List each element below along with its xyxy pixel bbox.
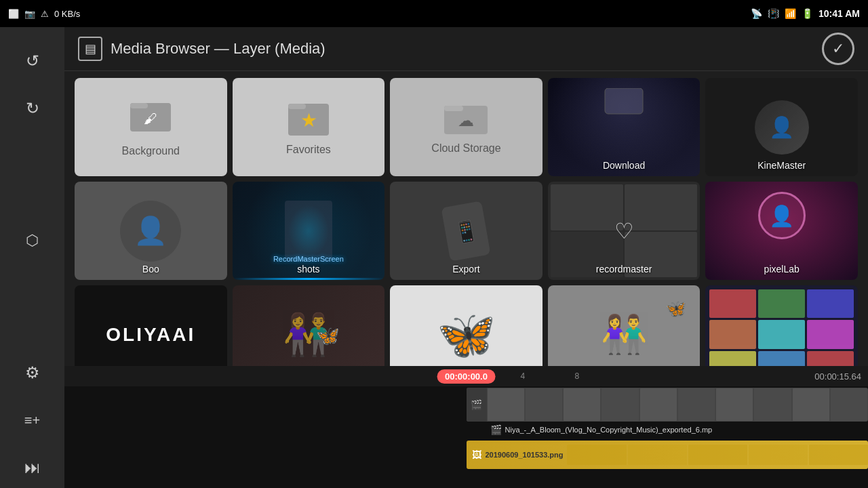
media-item-cloud-storage[interactable]: ☁ Cloud Storage: [390, 78, 542, 176]
status-bar: ⬜ 📷 ⚠ 0 KB/s 📡 📳 📶 🔋 10:41 AM: [0, 0, 868, 27]
media-item-export[interactable]: 📱 Export: [390, 182, 542, 280]
cloud-storage-icon: ☁: [444, 100, 488, 137]
undo-icon: ↺: [26, 52, 39, 70]
media-item-pixellab[interactable]: 👤 pixelLab: [705, 182, 858, 280]
settings-button[interactable]: ⚙: [12, 352, 53, 393]
timeline-ruler: 00:00:00.0 4 8 00:00:15.64: [64, 366, 868, 386]
kinemaster-label: KineMaster: [705, 160, 858, 171]
battery-icon: 🔋: [802, 8, 813, 19]
undo-button[interactable]: ↺: [12, 41, 53, 81]
video-track-label-row: 🎬 Niya_-_A_Bloom_(Vlog_No_Copyright_Musi…: [64, 424, 868, 438]
media-item-picsart[interactable]: 🦋 PicsArt: [390, 285, 542, 366]
end-timecode: 00:00:15.64: [814, 371, 861, 382]
header: ▤ Media Browser — Layer (Media) ✓: [64, 27, 868, 71]
favorites-label: Favorites: [286, 144, 331, 156]
svg-rect-4: [288, 104, 306, 109]
page-title: Media Browser — Layer (Media): [111, 40, 326, 58]
media-item-quik[interactable]: OLIYAAI Quik: [75, 285, 227, 366]
media-item-favorites[interactable]: ★ Favorites: [233, 78, 385, 176]
timeline: 00:00:00.0 4 8 00:00:15.64 🎬: [64, 366, 868, 488]
recordmaster-screenshots-label: shots: [233, 264, 385, 274]
film-icon: ▤: [85, 41, 96, 56]
current-timecode: 00:00:00.0: [437, 369, 496, 384]
media-item-recordmaster[interactable]: ♡ recordmaster: [548, 182, 701, 280]
star-icon: ★: [288, 98, 329, 138]
media-browser-icon: ▤: [78, 37, 102, 61]
header-title-group: ▤ Media Browser — Layer (Media): [78, 37, 326, 61]
video-track: 🎬: [64, 388, 868, 423]
status-right: 📡 📳 📶 🔋 10:41 AM: [751, 8, 860, 19]
signal-icon: 📶: [785, 8, 796, 19]
media-item-pins[interactable]: 👫 🦋 Pins: [548, 285, 701, 366]
svg-rect-7: [444, 106, 463, 111]
share-icon: ⬡: [26, 232, 39, 249]
image-track-bar[interactable]: 🖼 20190609_101533.png: [467, 441, 869, 469]
folder-icon: 🖌: [130, 98, 171, 140]
done-button[interactable]: ✓: [822, 33, 854, 65]
redo-icon: ↻: [26, 99, 39, 118]
status-left: ⬜ 📷 ⚠ 0 KB/s: [8, 9, 80, 19]
video-track-label: 🎬 Niya_-_A_Bloom_(Vlog_No_Copyright_Musi…: [490, 424, 713, 435]
boo-label: Boo: [75, 264, 227, 274]
redo-button[interactable]: ↻: [12, 88, 53, 129]
svg-rect-1: [130, 103, 148, 108]
ruler-mark-4: 4: [521, 371, 526, 381]
media-item-boo[interactable]: 👤 Boo: [75, 182, 227, 280]
media-item-kinemaster[interactable]: 👤 KineMaster: [705, 78, 858, 176]
vibrate-icon: 📳: [768, 8, 779, 19]
media-item-powerdirector[interactable]: PowerDirector: [705, 285, 858, 366]
media-item-recordmaster-screenshots[interactable]: RecordMasterScreen shots: [233, 182, 385, 280]
clock: 10:41 AM: [818, 8, 860, 19]
background-label: Background: [122, 145, 180, 157]
media-grid: 🖌 Background ★ Favorites: [75, 78, 858, 366]
ruler-mark-8: 8: [575, 371, 580, 381]
skip-forward-button[interactable]: ⏭: [12, 447, 53, 488]
share-button[interactable]: ⬡: [12, 220, 53, 261]
media-item-download[interactable]: Download: [548, 78, 701, 176]
skip-icon: ⏭: [24, 458, 41, 477]
layers-button[interactable]: ≡+: [12, 400, 53, 441]
export-label: Export: [390, 264, 542, 274]
download-label: Download: [548, 160, 701, 171]
screen-icon: ⬜: [8, 9, 19, 19]
warning-icon: ⚠: [41, 9, 49, 19]
svg-rect-9: [605, 88, 643, 114]
video-track-bar[interactable]: 🎬: [467, 388, 869, 422]
svg-text:★: ★: [300, 110, 317, 131]
media-item-background[interactable]: 🖌 Background: [75, 78, 227, 176]
cast-icon: 📡: [751, 8, 762, 19]
media-area: 🖌 Background ★ Favorites: [64, 71, 868, 366]
svg-text:🖌: 🖌: [144, 111, 157, 126]
timeline-tracks: 🎬: [64, 386, 868, 488]
media-item-snapseed[interactable]: 👫 🦋 Snapseed: [233, 285, 385, 366]
data-rate: 0 KB/s: [54, 9, 80, 19]
gear-icon: ⚙: [25, 363, 40, 382]
cloud-storage-label: Cloud Storage: [431, 142, 500, 155]
main-content: ▤ Media Browser — Layer (Media) ✓ 🖌 Back…: [64, 27, 868, 488]
pixellab-label: pixelLab: [705, 264, 858, 274]
checkmark-icon: ✓: [832, 40, 844, 58]
recordmaster-label: recordmaster: [548, 264, 701, 274]
svg-text:☁: ☁: [458, 111, 474, 129]
sidebar: ↺ ↻ ⬡ ⚙ ≡+ ⏭: [0, 27, 64, 488]
layers-icon: ≡+: [24, 413, 40, 428]
image-track-label: 20190609_101533.png: [486, 451, 564, 459]
image-track: 🖼 20190609_101533.png: [64, 441, 868, 470]
camera-icon: 📷: [24, 9, 35, 19]
